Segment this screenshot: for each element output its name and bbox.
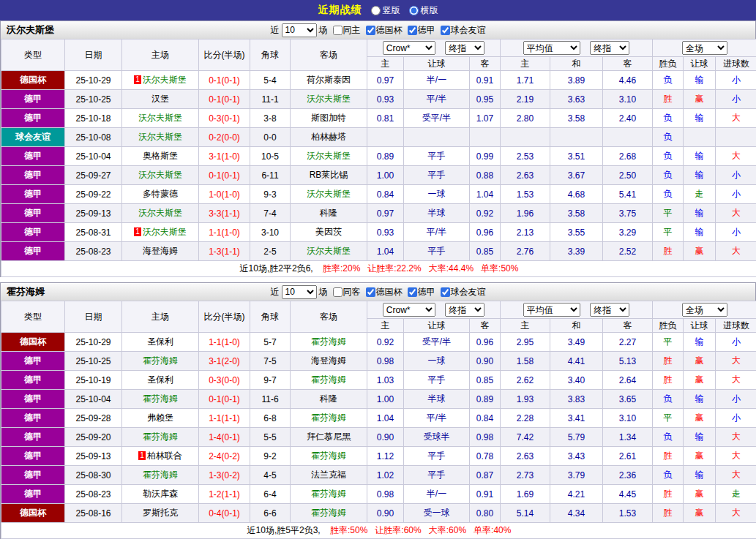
match-row: 德甲25-09-22多特蒙德1-0(1-0)9-3沃尔夫斯堡0.84一球1.04… [1, 185, 756, 204]
col-result-handicap: 让球 [684, 57, 716, 71]
corner-count: 4-5 [250, 466, 291, 485]
away-team: 霍芬海姆 [291, 371, 367, 390]
match-date: 25-10-19 [65, 371, 122, 390]
team-name-text: 霍芬海姆 [143, 470, 178, 480]
match-type-cell: 德甲 [1, 409, 65, 428]
team-name-text: 沃尔夫斯堡 [138, 132, 182, 142]
col-avg-away: 客 [603, 57, 653, 71]
summary-prefix: 近10场,胜5平2负3, [247, 525, 323, 535]
league-filter-friendly[interactable]: 球会友谊 [438, 286, 486, 298]
team-name-text: 海登海姆 [311, 355, 346, 366]
summary-handicap-rate: 让胜率:22.2% [367, 263, 421, 274]
odds-value: 2.13 [501, 223, 550, 242]
avg-stage-select[interactable]: 终指 [590, 303, 629, 317]
same-venue-checkbox[interactable] [333, 26, 343, 35]
result-goals: 小 [716, 71, 756, 90]
odds-value: 0.85 [470, 371, 501, 390]
odds-value: 平/半 [404, 223, 470, 242]
match-score: 3-1(2-0) [199, 352, 250, 371]
league-filter-friendly[interactable]: 球会友谊 [438, 24, 486, 37]
odds-value: 4.68 [550, 185, 603, 204]
match-type-cell: 球会友谊 [1, 128, 65, 147]
match-score: 1-1(1-0) [199, 223, 250, 242]
odds-value: 半球 [404, 390, 470, 409]
odds-value: 2.36 [603, 466, 653, 485]
league-friendly-checkbox[interactable] [441, 26, 450, 35]
league-filter-bundesliga[interactable]: 德甲 [405, 286, 435, 298]
match-score: 1-2(1-1) [199, 485, 250, 504]
match-score: 1-1(1-1) [199, 409, 250, 428]
odds-company-select[interactable]: Crow* [383, 303, 435, 317]
odds-value: 3.10 [603, 409, 653, 428]
away-team: 柏林赫塔 [291, 128, 367, 147]
avg-stage-select[interactable]: 终指 [590, 41, 629, 55]
team-name-text: 海登海姆 [143, 246, 178, 256]
home-team: 圣保利 [122, 371, 199, 390]
league-cup-checkbox[interactable] [366, 26, 375, 35]
result-handicap: 输 [684, 147, 716, 166]
layout-horizontal-option[interactable]: 横版 [409, 4, 438, 17]
team-name-text: 汉堡 [151, 94, 169, 104]
corner-count: 11-6 [250, 390, 291, 409]
col-avg-draw: 和 [550, 319, 603, 333]
odds-value: 0.92 [367, 333, 404, 352]
corner-count: 7-4 [250, 204, 291, 223]
odds-value: 1.34 [603, 428, 653, 447]
league-friendly-checkbox[interactable] [441, 287, 450, 297]
same-venue-filter[interactable]: 同客 [330, 286, 361, 298]
result-goals: 小 [716, 390, 756, 409]
team-name: 霍芬海姆 [7, 285, 45, 298]
match-type-cell: 德甲 [1, 371, 65, 390]
match-row: 德甲25-08-311沃尔夫斯堡1-1(1-0)3-10美因茨0.93平/半0.… [1, 223, 756, 242]
red-number-badge: 1 [138, 451, 146, 460]
layout-vertical-option[interactable]: 竖版 [371, 4, 400, 17]
corner-count: 2-5 [250, 242, 291, 261]
odds-value: 3.55 [550, 223, 603, 242]
same-venue-checkbox[interactable] [333, 287, 343, 297]
corner-count: 6-8 [250, 409, 291, 428]
odds-stage-select[interactable]: 终指 [445, 41, 484, 55]
odds-value: 3.51 [550, 147, 603, 166]
odds-stage-select[interactable]: 终指 [445, 303, 484, 317]
team-name-text: 霍芬海姆 [143, 355, 178, 366]
layout-horizontal-label: 横版 [421, 4, 438, 17]
match-count-select[interactable]: 10 [282, 285, 317, 299]
col-odds-handicap: 让球 [404, 57, 470, 71]
avg-odds-header: 平均值 终指 [501, 39, 653, 57]
match-count-select[interactable]: 10 [282, 23, 317, 37]
league-bundesliga-checkbox[interactable] [408, 287, 417, 297]
league-cup-checkbox[interactable] [366, 287, 375, 297]
league-filter-cup[interactable]: 德国杯 [363, 286, 403, 298]
avg-odds-select[interactable]: 平均值 [523, 41, 580, 55]
result-scope-select[interactable]: 全场 [682, 41, 727, 55]
league-filter-cup[interactable]: 德国杯 [363, 24, 403, 37]
match-score: 1-4(0-1) [199, 428, 250, 447]
red-number-badge: 1 [134, 75, 141, 84]
result-scope-select[interactable]: 全场 [682, 303, 727, 317]
league-filter-bundesliga[interactable]: 德甲 [405, 24, 435, 37]
team-bar: 沃尔夫斯堡 近 10 场 同主 德国杯 德甲 球会友谊 [1, 20, 755, 39]
odds-value: 0.99 [470, 147, 501, 166]
layout-vertical-radio[interactable] [371, 6, 381, 15]
odds-value: 2.53 [501, 147, 550, 166]
same-venue-filter[interactable]: 同主 [330, 24, 361, 37]
odds-value: 2.64 [603, 371, 653, 390]
odds-value: 受一球 [404, 504, 470, 523]
odds-value: 2.68 [603, 147, 653, 166]
result-outcome: 负 [653, 466, 684, 485]
odds-value: 平手 [404, 242, 470, 261]
summary-odd-rate: 单率:50% [481, 263, 518, 274]
avg-odds-select[interactable]: 平均值 [523, 303, 580, 317]
corner-count: 6-6 [250, 504, 291, 523]
layout-horizontal-radio[interactable] [409, 6, 419, 15]
col-home: 主场 [122, 39, 199, 71]
odds-company-select[interactable]: Crow* [383, 41, 435, 55]
league-bundesliga-checkbox[interactable] [408, 26, 417, 35]
result-handicap: 赢 [684, 371, 716, 390]
layout-vertical-label: 竖版 [383, 4, 400, 17]
match-date: 25-09-22 [65, 185, 122, 204]
odds-value: 2.27 [603, 333, 653, 352]
team-name-text: 奥格斯堡 [143, 151, 178, 161]
result-handicap: 赢 [684, 485, 716, 504]
odds-value: 1.04 [367, 242, 404, 261]
